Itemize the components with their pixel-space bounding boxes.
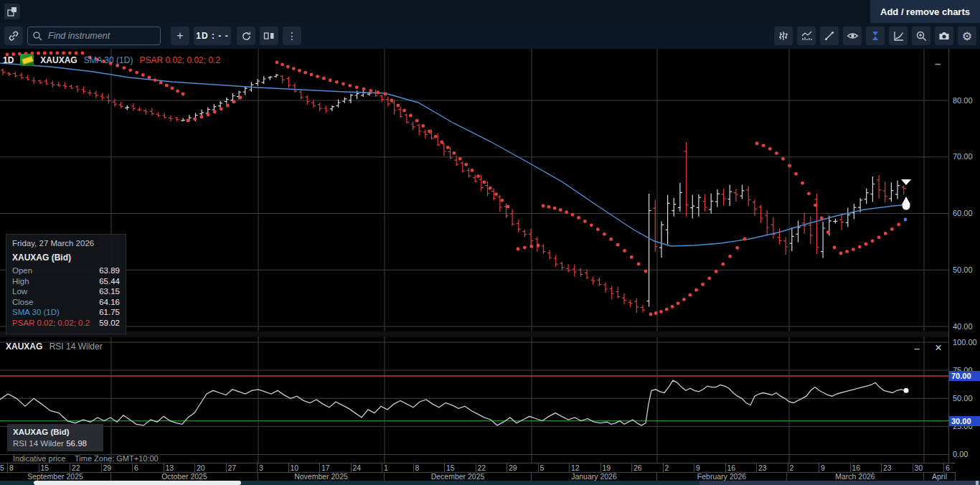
screenshot-button[interactable] — [935, 27, 953, 45]
rsi-tooltip-instrument: XAUXAG (Bid) — [13, 428, 98, 436]
search-icon — [32, 31, 42, 41]
x-tick-separator — [351, 463, 352, 472]
x-tick-separator — [756, 463, 757, 472]
x-tick-separator — [694, 463, 694, 472]
x-tick-label: 29 — [509, 463, 517, 472]
candlestick-plot[interactable] — [0, 49, 948, 331]
x-tick-separator — [881, 463, 882, 472]
search-input[interactable] — [47, 30, 157, 42]
x-tick-label: 5 — [0, 463, 4, 472]
rsi-tooltip-value-row: RSI 14 Wilder 56.98 — [13, 439, 98, 448]
x-tick-separator — [943, 463, 944, 472]
price-axis-border — [948, 49, 949, 463]
legend-symbol[interactable]: XAUXAG — [40, 55, 77, 65]
x-tick-label: 8 — [415, 463, 420, 472]
rsi-collapse-button[interactable]: – — [914, 344, 920, 354]
x-tick-separator — [850, 463, 851, 472]
add-remove-charts-button[interactable]: Add / remove charts — [870, 0, 980, 23]
x-tick-separator — [319, 463, 320, 472]
main-chart-collapse-button[interactable]: – — [935, 59, 941, 69]
instrument-search[interactable] — [27, 27, 161, 45]
refresh-icon — [241, 31, 252, 42]
x-tick-label: 26 — [633, 463, 642, 472]
tooltip-high-row: High65.44 — [12, 277, 120, 288]
indicators-tool-button[interactable] — [797, 27, 816, 45]
chart-type-button[interactable] — [260, 27, 278, 45]
popout-window-button[interactable] — [4, 4, 20, 19]
x-tick-separator — [382, 463, 382, 472]
y-axis-label-50: 50.00 — [953, 265, 973, 274]
time-tool-button[interactable] — [866, 27, 885, 45]
x-month-label: January 2026 — [532, 473, 657, 481]
x-tick-label: 3 — [259, 463, 263, 472]
x-tick-label: 22 — [72, 463, 80, 472]
tooltip-sma-row: SMA 30 (1D)61.75 — [12, 308, 120, 319]
scrollbar-thumb[interactable] — [34, 481, 241, 485]
zoom-in-icon — [915, 30, 927, 42]
link-charts-button[interactable] — [4, 27, 23, 45]
rsi-symbol[interactable]: XAUXAG — [6, 342, 42, 352]
scrollbar-loaded-region — [699, 481, 980, 485]
x-tick-label: 10 — [291, 463, 299, 472]
panel-divider[interactable] — [0, 331, 948, 337]
trading-chart-app: Add / remove charts + 1D : - - ⋮ — [0, 0, 980, 485]
drawing-tool-button[interactable] — [820, 27, 839, 45]
x-tick-label: 15 — [41, 463, 50, 472]
x-tick-separator — [194, 463, 195, 472]
x-tick-separator — [663, 463, 664, 472]
legend-sma-label[interactable]: SMA 30 (1D) — [84, 55, 133, 65]
instrument-gold-icon — [20, 54, 34, 66]
x-tick-label: 16 — [852, 463, 861, 472]
x-tick-separator — [70, 463, 70, 472]
x-tick-separator — [132, 463, 133, 472]
x-tick-label: 20 — [197, 463, 205, 472]
oversold-level-badge: 30.00 — [949, 416, 980, 426]
x-tick-separator — [725, 463, 726, 472]
eye-icon — [847, 31, 859, 41]
tooltip-low-row: Low63.15 — [12, 287, 120, 298]
time-scrollbar[interactable] — [0, 481, 980, 485]
camera-icon — [938, 31, 950, 41]
rsi-axis-label-0: 0.00 — [953, 450, 968, 458]
x-tick-separator — [476, 463, 476, 472]
x-month-label: September 2025 — [0, 473, 111, 481]
rsi-tooltip: XAUXAG (Bid) RSI 14 Wilder 56.98 — [7, 424, 103, 451]
x-tick-label: 8 — [9, 463, 14, 472]
rsi-header: XAUXAG RSI 14 Wilder — [6, 342, 103, 352]
tooltip-open-row: Open63.89 — [12, 266, 120, 277]
settings-button[interactable]: ⚙ — [958, 27, 976, 45]
x-tick-separator — [913, 463, 913, 472]
tooltip-date: Friday, 27 March 2026 — [12, 239, 120, 248]
x-tick-separator — [101, 463, 102, 472]
legend-timeframe: 1D — [3, 55, 14, 65]
x-tick-label: 23 — [758, 463, 767, 472]
scale-tool-button[interactable] — [889, 27, 908, 45]
x-tick-label: 29 — [103, 463, 112, 472]
legend-psar-label[interactable]: PSAR 0.02; 0.02; 0.2 — [139, 55, 220, 65]
hlc-bars-tool-button[interactable] — [774, 27, 793, 45]
x-tick-label: 24 — [353, 463, 362, 472]
link-icon — [8, 30, 19, 42]
x-tick-label: 23 — [883, 463, 892, 472]
zoom-tool-button[interactable] — [912, 27, 930, 45]
rsi-close-button[interactable]: × — [935, 343, 942, 353]
more-options-button[interactable]: ⋮ — [283, 27, 301, 45]
add-instrument-button[interactable]: + — [171, 27, 189, 45]
rsi-plot[interactable] — [0, 337, 948, 463]
x-tick-separator — [569, 463, 570, 472]
chart-legend: 1D XAUXAG SMA 30 (1D) PSAR 0.02; 0.02; 0… — [3, 54, 220, 66]
x-month-label: April — [924, 473, 956, 481]
x-tick-separator — [507, 463, 507, 472]
rsi-indicator-label[interactable]: RSI 14 Wilder — [50, 342, 103, 352]
refresh-button[interactable] — [237, 27, 255, 45]
x-tick-label: 15 — [446, 463, 455, 472]
visibility-tool-button[interactable] — [843, 27, 862, 45]
indicative-price-label: Indicative price — [13, 454, 65, 463]
timeframe-button[interactable]: 1D : - - — [194, 27, 231, 45]
x-tick-label: 6 — [134, 463, 138, 472]
chart-type-icon — [263, 31, 275, 41]
x-tick-label: 6 — [946, 463, 950, 472]
x-month-label: October 2025 — [111, 473, 258, 481]
timezone-label: Time Zone: GMT+10:00 — [75, 454, 159, 463]
popout-icon — [7, 6, 17, 17]
